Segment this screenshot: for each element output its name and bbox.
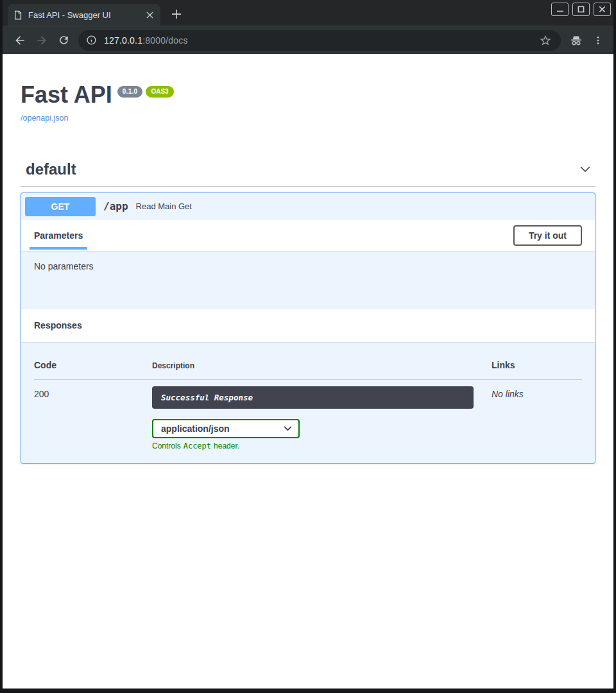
response-description-box: Successful Response [152, 386, 474, 409]
tag-name: default [26, 160, 76, 178]
incognito-button[interactable] [566, 30, 586, 51]
reload-icon [58, 34, 70, 46]
swagger-ui: Fast API0.1.0OAS3 /openapi.json default … [3, 54, 613, 464]
browser-menu-button[interactable] [589, 31, 607, 49]
bookmark-star-icon[interactable] [538, 33, 553, 48]
url-text: 127.0.0.1:8000/docs [104, 35, 188, 46]
tab-close-icon[interactable] [144, 9, 155, 21]
response-links: No links [492, 386, 582, 450]
tab-title: Fast API - Swagger UI [28, 10, 144, 20]
parameters-body: No parameters [21, 251, 595, 309]
operation-path: /app [103, 200, 128, 212]
responses-heading: Responses [34, 320, 82, 330]
new-tab-button[interactable] [168, 6, 185, 22]
column-header-code: Code [34, 360, 152, 370]
oas-badge: OAS3 [146, 86, 173, 98]
back-arrow-icon [13, 34, 26, 47]
parameters-tab-label: Parameters [34, 230, 83, 241]
media-type-value: application/json [161, 424, 230, 434]
browser-window: Fast API - Swagger UI [0, 0, 616, 693]
close-button[interactable] [594, 3, 611, 16]
browser-toolbar: 127.0.0.1:8000/docs [3, 26, 613, 54]
responses-table-header: Code Description Links [34, 356, 582, 380]
window-controls [551, 3, 611, 16]
operation-description: Read Main Get [136, 201, 192, 211]
url-path: :8000/docs [142, 35, 188, 46]
back-button[interactable] [9, 30, 31, 51]
forward-arrow-icon [35, 34, 48, 47]
responses-header: Responses [21, 309, 595, 342]
api-title: Fast API0.1.0OAS3 [21, 82, 595, 108]
response-row-200: 200 Successful Response application/json [34, 380, 582, 450]
accept-note-suffix: header. [214, 441, 239, 450]
reload-button[interactable] [53, 30, 74, 51]
no-parameters-message: No parameters [34, 261, 94, 271]
accept-note-code: Accept [184, 441, 211, 450]
tab-parameters[interactable]: Parameters [30, 220, 87, 251]
tag-section-header[interactable]: default [21, 155, 595, 187]
forward-button[interactable] [31, 30, 53, 51]
browser-tab[interactable]: Fast API - Swagger UI [8, 4, 160, 26]
response-description-text: Successful Response [161, 393, 253, 402]
responses-body: Code Description Links 200 Successful Re… [21, 342, 595, 463]
response-description-cell: Successful Response application/json Con… [152, 386, 492, 450]
try-it-out-button[interactable]: Try it out [513, 225, 582, 246]
accept-header-note: ControlsAcceptheader. [152, 441, 492, 450]
openapi-spec-link[interactable]: /openapi.json [21, 114, 68, 123]
api-title-text: Fast API [21, 81, 112, 108]
version-badge: 0.1.0 [117, 86, 143, 98]
accept-note-prefix: Controls [152, 441, 181, 450]
plus-icon [172, 10, 181, 19]
kebab-menu-icon [593, 35, 603, 46]
chevron-down-icon [580, 166, 590, 173]
maximize-button[interactable] [572, 3, 590, 16]
operation-summary[interactable]: GET /app Read Main Get [21, 193, 595, 220]
page-content: Fast API0.1.0OAS3 /openapi.json default … [3, 54, 613, 689]
document-icon [13, 10, 22, 20]
media-type-select[interactable]: application/json [152, 419, 300, 438]
response-code: 200 [34, 386, 152, 450]
column-header-links: Links [492, 360, 582, 370]
select-chevron-down-icon [284, 426, 292, 431]
incognito-icon [569, 33, 583, 47]
parameters-header: Parameters Try it out [21, 220, 595, 251]
browser-titlebar: Fast API - Swagger UI [3, 0, 613, 26]
opblock-get-app: GET /app Read Main Get Parameters Try it… [21, 193, 595, 464]
minimize-button[interactable] [551, 3, 569, 16]
url-host: 127.0.0.1 [104, 35, 142, 46]
column-header-description: Description [152, 360, 492, 370]
page-info-icon[interactable] [86, 35, 97, 46]
method-badge: GET [25, 197, 96, 216]
address-bar[interactable]: 127.0.0.1:8000/docs [78, 30, 561, 51]
